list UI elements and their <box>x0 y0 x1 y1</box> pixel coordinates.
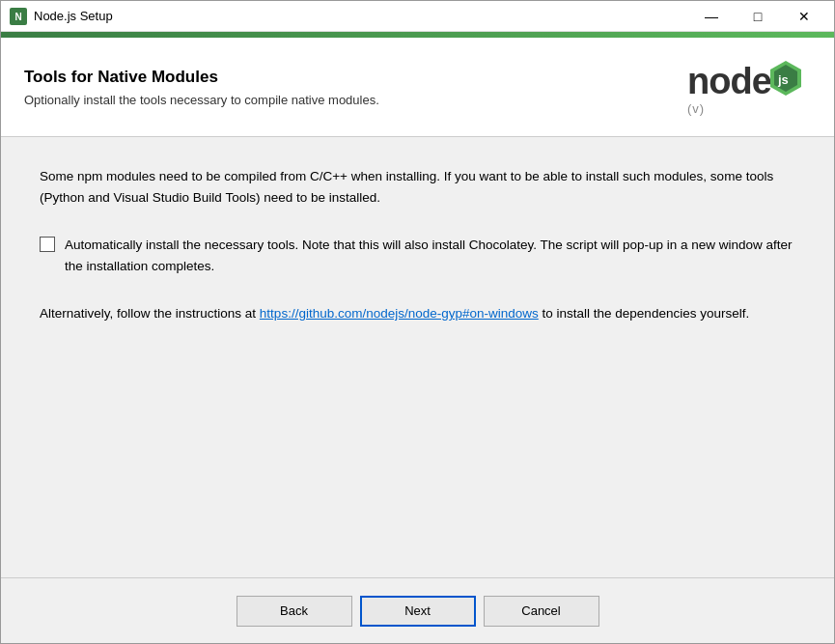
nodejs-logo: node js (v) <box>685 53 811 121</box>
header-text-block: Tools for Native Modules Optionally inst… <box>24 68 685 107</box>
checkbox-row: Automatically install the necessary tool… <box>40 235 795 276</box>
auto-install-checkbox[interactable] <box>40 237 55 252</box>
content-area: Some npm modules need to be compiled fro… <box>1 137 834 577</box>
close-button[interactable]: ✕ <box>782 3 826 30</box>
github-link[interactable]: https://github.com/nodejs/node-gyp#on-wi… <box>260 306 539 321</box>
svg-text:js: js <box>777 72 789 87</box>
nodejs-logo-container: node js (v) <box>685 53 811 121</box>
cancel-button[interactable]: Cancel <box>484 596 599 627</box>
minimize-button[interactable]: — <box>689 3 734 30</box>
window-title: Node.js Setup <box>34 9 113 23</box>
alt-text-after: to install the dependencies yourself. <box>539 306 749 321</box>
title-bar: N Node.js Setup — □ ✕ <box>1 1 834 32</box>
header-section: Tools for Native Modules Optionally inst… <box>1 38 834 137</box>
page-title: Tools for Native Modules <box>24 68 685 87</box>
setup-window: N Node.js Setup — □ ✕ Tools for Native M… <box>0 0 835 644</box>
title-bar-left: N Node.js Setup <box>9 7 113 26</box>
footer: Back Next Cancel <box>1 577 834 643</box>
title-bar-controls: — □ ✕ <box>689 3 826 30</box>
app-icon: N <box>9 7 28 26</box>
svg-text:(v): (v) <box>687 101 705 116</box>
checkbox-label[interactable]: Automatically install the necessary tool… <box>65 235 795 276</box>
next-button[interactable]: Next <box>360 596 476 627</box>
svg-text:N: N <box>14 12 21 22</box>
main-paragraph: Some npm modules need to be compiled fro… <box>40 166 795 208</box>
alt-text-before: Alternatively, follow the instructions a… <box>40 306 260 321</box>
back-button[interactable]: Back <box>237 596 352 627</box>
maximize-button[interactable]: □ <box>736 3 780 30</box>
page-subtitle: Optionally install the tools necessary t… <box>24 93 685 107</box>
svg-text:node: node <box>687 61 771 101</box>
alt-text-block: Alternatively, follow the instructions a… <box>40 303 795 324</box>
